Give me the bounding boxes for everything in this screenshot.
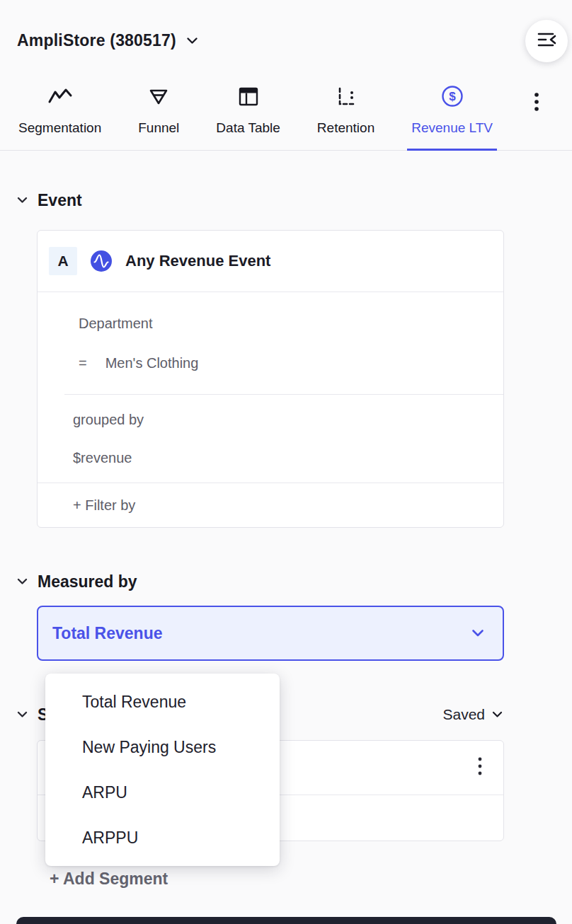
grouped-by-label: grouped by	[73, 412, 144, 428]
collapse-panel-button[interactable]	[525, 20, 568, 62]
event-section-title: Event	[38, 191, 82, 210]
filter-property[interactable]: Department	[79, 316, 153, 332]
filter-value[interactable]: Men's Clothing	[105, 355, 199, 371]
event-section-header: Event	[17, 186, 555, 214]
tab-retention[interactable]: Retention	[316, 79, 376, 150]
svg-text:$: $	[449, 90, 456, 103]
tab-label: Retention	[317, 120, 374, 136]
chevron-down-icon	[186, 37, 198, 45]
tab-label: Funnel	[138, 120, 179, 136]
line-chart-icon	[47, 81, 73, 112]
chevron-down-icon[interactable]	[17, 711, 28, 718]
tab-segmentation[interactable]: Segmentation	[17, 79, 103, 150]
dollar-circle-icon: $	[440, 81, 464, 112]
retention-dashed-axes-icon	[335, 81, 358, 112]
saved-label: Saved	[442, 706, 485, 723]
menu-item-arpu[interactable]: ARPU	[45, 770, 280, 815]
event-letter-badge: A	[49, 247, 77, 275]
tab-data-table[interactable]: Data Table	[214, 79, 282, 150]
tab-label: Revenue LTV	[411, 120, 493, 136]
panel-header: AmpliStore (380517)	[17, 25, 555, 55]
tab-funnel[interactable]: Funnel	[137, 79, 181, 150]
segment-options-button[interactable]	[472, 753, 488, 782]
filter-operator[interactable]: =	[79, 355, 87, 371]
add-filter-button[interactable]: + Filter by	[38, 483, 503, 527]
kebab-vertical-icon	[534, 103, 539, 115]
project-title: AmpliStore (380517)	[17, 31, 176, 50]
measured-by-select[interactable]: Total Revenue	[37, 606, 504, 661]
measured-by-selected-value: Total Revenue	[52, 624, 163, 643]
menu-item-total-revenue[interactable]: Total Revenue	[45, 679, 280, 724]
project-selector[interactable]: AmpliStore (380517)	[17, 31, 198, 50]
event-name: Any Revenue Event	[125, 252, 270, 270]
chevron-down-icon[interactable]	[17, 578, 28, 585]
event-filter-group: Department = Men's Clothing	[38, 292, 503, 394]
menu-item-new-paying-users[interactable]: New Paying Users	[45, 724, 280, 770]
measured-by-dropdown-menu: Total Revenue New Paying Users ARPU ARPP…	[45, 674, 280, 866]
measured-by-section-header: Measured by	[17, 567, 555, 596]
funnel-icon	[147, 81, 170, 112]
saved-segment-selector[interactable]: Saved	[442, 706, 503, 723]
add-segment-button[interactable]: + Add Segment	[50, 870, 572, 889]
tab-label: Data Table	[216, 120, 280, 136]
measured-by-section-title: Measured by	[38, 572, 137, 591]
chevron-down-icon	[492, 711, 503, 718]
tab-revenue-ltv[interactable]: $ Revenue LTV	[410, 79, 494, 150]
tab-label: Segmentation	[18, 120, 101, 136]
tabbar-overflow-button[interactable]	[528, 88, 545, 120]
revenue-ltv-builder-panel: AmpliStore (380517) Segmentation	[0, 0, 572, 924]
chart-type-tabbar: Segmentation Funnel Data Table Retention	[0, 74, 572, 151]
amplitude-logo-icon	[90, 250, 113, 272]
menu-item-arppu[interactable]: ARPPU	[45, 815, 280, 860]
add-filter-label: + Filter by	[73, 497, 135, 514]
event-row[interactable]: A Any Revenue Event	[38, 231, 503, 291]
event-card: A Any Revenue Event Department = Men's C…	[37, 230, 504, 528]
chevron-down-icon[interactable]	[17, 197, 28, 204]
table-icon	[237, 81, 260, 112]
add-segment-label: + Add Segment	[50, 870, 168, 888]
collapse-panel-icon	[536, 31, 557, 51]
chevron-down-icon	[471, 629, 484, 637]
bottom-dark-bar	[16, 917, 556, 924]
event-groupby-group: grouped by $revenue	[38, 395, 503, 483]
grouped-by-value[interactable]: $revenue	[73, 450, 132, 466]
